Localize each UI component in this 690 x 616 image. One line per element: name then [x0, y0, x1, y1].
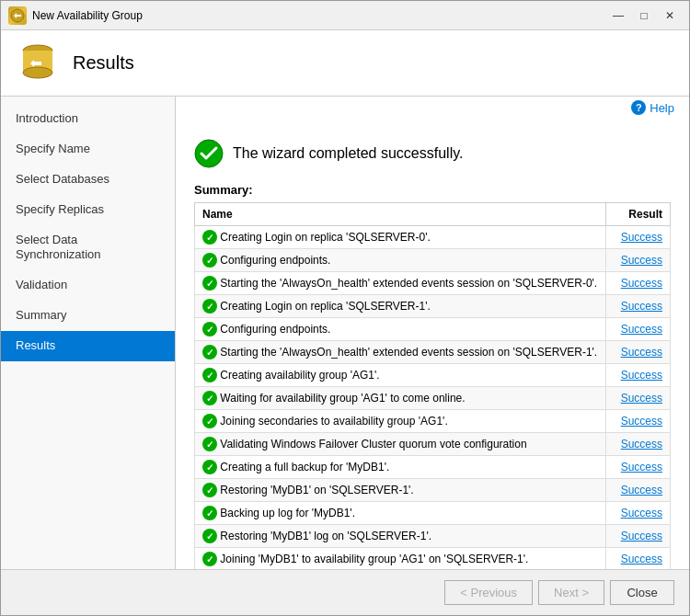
row-result-cell: Success — [606, 525, 671, 548]
row-name-cell: ✓ Joining 'MyDB1' to availability group … — [195, 548, 606, 570]
row-success-icon: ✓ — [202, 368, 217, 382]
minimize-button[interactable]: — — [606, 6, 630, 25]
header-icon — [16, 41, 60, 86]
table-row: ✓ Starting the 'AlwaysOn_health' extende… — [195, 272, 671, 295]
results-table: Name Result ✓ Creating Login on replica … — [194, 202, 671, 569]
svg-point-3 — [23, 67, 52, 78]
row-name-cell: ✓ Configuring endpoints. — [195, 249, 606, 272]
column-name: Name — [195, 203, 606, 226]
window-controls: — □ ✕ — [606, 6, 682, 25]
help-icon: ? — [631, 100, 646, 115]
footer: < Previous Next > Close — [1, 569, 689, 615]
row-result-cell: Success — [606, 226, 671, 249]
result-link[interactable]: Success — [614, 254, 662, 267]
row-success-icon: ✓ — [202, 529, 217, 543]
row-success-icon: ✓ — [202, 253, 217, 268]
result-link[interactable]: Success — [614, 438, 662, 451]
sidebar-item-results[interactable]: Results — [1, 331, 175, 361]
sidebar-item-specify-replicas[interactable]: Specify Replicas — [1, 195, 175, 225]
row-name-cell: ✓ Joining secondaries to availability gr… — [195, 410, 606, 433]
sidebar-item-introduction[interactable]: Introduction — [1, 104, 175, 134]
row-name-cell: ✓ Creating a full backup for 'MyDB1'. — [195, 456, 606, 479]
row-result-cell: Success — [606, 433, 671, 456]
table-header-row: Name Result — [195, 203, 671, 226]
row-name-cell: ✓ Waiting for availability group 'AG1' t… — [195, 387, 606, 410]
result-link[interactable]: Success — [614, 277, 662, 290]
table-row: ✓ Starting the 'AlwaysOn_health' extende… — [195, 341, 671, 364]
main-window: New Availability Group — □ ✕ Results Int… — [0, 0, 690, 616]
row-result-cell: Success — [606, 341, 671, 364]
sidebar-item-summary[interactable]: Summary — [1, 301, 175, 331]
result-link[interactable]: Success — [614, 415, 662, 428]
table-row: ✓ Creating Login on replica 'SQLSERVER-0… — [195, 226, 671, 249]
row-success-icon: ✓ — [202, 506, 217, 520]
result-link[interactable]: Success — [614, 484, 662, 496]
row-success-icon: ✓ — [202, 276, 217, 291]
table-row: ✓ Configuring endpoints. Success — [195, 249, 671, 272]
sidebar-item-specify-name[interactable]: Specify Name — [1, 134, 175, 165]
previous-button[interactable]: < Previous — [444, 580, 533, 605]
row-success-icon: ✓ — [202, 391, 217, 405]
row-result-cell: Success — [606, 318, 671, 341]
result-link[interactable]: Success — [614, 231, 662, 244]
success-banner: The wizard completed successfully. — [194, 139, 671, 168]
sidebar: Introduction Specify Name Select Databas… — [1, 97, 176, 569]
row-success-icon: ✓ — [202, 345, 217, 359]
row-result-cell: Success — [606, 548, 671, 570]
row-name-cell: ✓ Creating availability group 'AG1'. — [195, 364, 606, 387]
row-name-cell: ✓ Restoring 'MyDB1' on 'SQLSERVER-1'. — [195, 479, 606, 502]
page-title: Results — [73, 52, 134, 74]
main-content: The wizard completed successfully. Summa… — [176, 115, 689, 569]
row-success-icon: ✓ — [202, 230, 217, 245]
row-result-cell: Success — [606, 502, 671, 525]
title-bar: New Availability Group — □ ✕ — [1, 1, 689, 30]
window-title: New Availability Group — [32, 9, 606, 22]
result-link[interactable]: Success — [614, 530, 662, 542]
row-name-cell: ✓ Starting the 'AlwaysOn_health' extende… — [195, 272, 606, 295]
row-success-icon: ✓ — [202, 483, 217, 497]
help-link[interactable]: ? Help — [631, 100, 674, 115]
row-success-icon: ✓ — [202, 437, 217, 451]
row-name-cell: ✓ Creating Login on replica 'SQLSERVER-0… — [195, 226, 606, 249]
row-result-cell: Success — [606, 295, 671, 318]
sidebar-item-select-data-sync[interactable]: Select Data Synchronization — [1, 225, 175, 271]
result-link[interactable]: Success — [614, 300, 662, 313]
summary-label: Summary: — [194, 183, 671, 197]
main-panel: ? Help The wizard completed successfully… — [176, 97, 689, 569]
result-link[interactable]: Success — [614, 507, 662, 519]
table-row: ✓ Creating Login on replica 'SQLSERVER-1… — [195, 295, 671, 318]
row-name-cell: ✓ Starting the 'AlwaysOn_health' extende… — [195, 341, 606, 364]
table-row: ✓ Restoring 'MyDB1' on 'SQLSERVER-1'. Su… — [195, 479, 671, 502]
row-success-icon: ✓ — [202, 322, 217, 337]
row-success-icon: ✓ — [202, 552, 217, 566]
success-message: The wizard completed successfully. — [233, 145, 463, 162]
table-row: ✓ Backing up log for 'MyDB1'. Success — [195, 502, 671, 525]
help-bar: ? Help — [176, 97, 689, 115]
table-row: ✓ Joining 'MyDB1' to availability group … — [195, 548, 671, 570]
close-button[interactable]: Close — [610, 580, 674, 605]
row-result-cell: Success — [606, 456, 671, 479]
page-header: Results — [1, 30, 689, 97]
table-row: ✓ Creating a full backup for 'MyDB1'. Su… — [195, 456, 671, 479]
result-link[interactable]: Success — [614, 553, 662, 565]
row-name-cell: ✓ Validating Windows Failover Cluster qu… — [195, 433, 606, 456]
sidebar-item-validation[interactable]: Validation — [1, 270, 175, 301]
row-result-cell: Success — [606, 410, 671, 433]
maximize-button[interactable]: □ — [632, 6, 656, 25]
result-link[interactable]: Success — [614, 323, 662, 336]
content-area: Introduction Specify Name Select Databas… — [1, 97, 689, 569]
row-name-cell: ✓ Creating Login on replica 'SQLSERVER-1… — [195, 295, 606, 318]
sidebar-item-select-databases[interactable]: Select Databases — [1, 165, 175, 195]
result-link[interactable]: Success — [614, 346, 662, 359]
row-success-icon: ✓ — [202, 414, 217, 428]
result-link[interactable]: Success — [614, 369, 662, 382]
close-window-button[interactable]: ✕ — [658, 6, 682, 25]
row-success-icon: ✓ — [202, 460, 217, 474]
row-name-cell: ✓ Restoring 'MyDB1' log on 'SQLSERVER-1'… — [195, 525, 606, 548]
next-button[interactable]: Next > — [538, 580, 604, 605]
row-result-cell: Success — [606, 272, 671, 295]
row-result-cell: Success — [606, 479, 671, 502]
result-link[interactable]: Success — [614, 461, 662, 473]
table-row: ✓ Restoring 'MyDB1' log on 'SQLSERVER-1'… — [195, 525, 671, 548]
result-link[interactable]: Success — [614, 392, 662, 405]
